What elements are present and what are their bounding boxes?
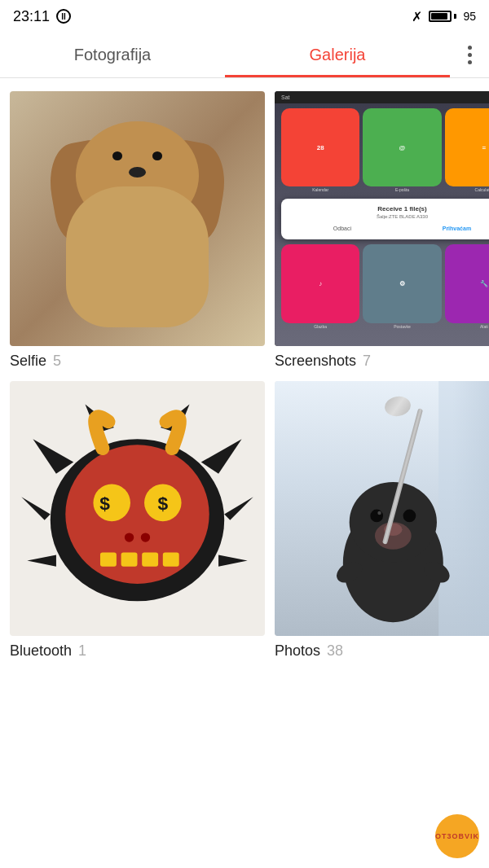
tab-fotografija[interactable]: Fotografija — [0, 33, 225, 77]
svg-rect-16 — [142, 553, 158, 567]
svg-marker-5 — [224, 497, 253, 519]
gallery-count-bluetooth: 1 — [78, 642, 86, 660]
battery-icon — [429, 11, 456, 22]
svg-point-22 — [350, 482, 437, 562]
watermark: OT3OBVIK — [435, 814, 479, 858]
screenshot-phone: Sat ••• 28 Odbaci Kalendar @ E-pošta — [275, 91, 489, 346]
tab-galerija-label: Galerija — [310, 46, 366, 64]
gallery-item-bluetooth[interactable]: $ $ Bluetooth 1 — [10, 381, 265, 661]
status-bar: 23:11 II ✗ 95 — [0, 0, 489, 33]
gallery-name-selfie: Selfie — [10, 353, 46, 370]
tab-fotografija-label: Fotografija — [74, 46, 152, 64]
gallery-info-selfie: Selfie 5 — [10, 351, 265, 371]
gallery-grid: Selfie 5 Sat ••• 28 Odbaci Kalendar — [0, 78, 489, 624]
gallery-count-selfie: 5 — [53, 353, 61, 370]
mole-scene — [275, 381, 489, 636]
phone-icon-postavke: ⚙ Postavke — [363, 244, 441, 328]
svg-point-19 — [141, 533, 150, 541]
dog-illustration — [35, 110, 239, 327]
gallery-item-photos[interactable]: Photos 38 — [275, 381, 489, 661]
phone-icon-glazba: ♪ Glazba — [281, 244, 359, 328]
svg-rect-15 — [121, 553, 138, 567]
battery-fill — [431, 13, 447, 20]
three-dots-icon — [468, 46, 472, 64]
svg-point-25 — [370, 510, 383, 523]
svg-marker-1 — [33, 439, 73, 474]
svg-marker-3 — [27, 555, 56, 566]
svg-point-10 — [93, 484, 130, 522]
status-bar-left: 23:11 II — [13, 8, 71, 25]
phone-icons-top: 28 Odbaci Kalendar @ E-pošta = Calculato… — [275, 103, 489, 195]
phone-icon-alati: 🔧 Alati — [445, 244, 489, 328]
svg-point-27 — [377, 511, 381, 515]
bluetooth-icon: ✗ — [412, 9, 422, 24]
phone-icon-eposta: @ E-pošta — [363, 108, 441, 192]
svg-point-26 — [403, 510, 416, 523]
dialog-cancel-btn[interactable]: Odbaci — [328, 224, 356, 233]
gallery-count-screenshots: 7 — [363, 353, 371, 370]
phone-icon-calculator: = Calculator — [445, 108, 489, 192]
svg-rect-14 — [100, 553, 117, 567]
gallery-name-screenshots: Screenshots — [275, 353, 356, 370]
phone-icon-kalendar: 28 Odbaci Kalendar — [281, 108, 359, 192]
receive-file-dialog: Receive 1 file(s) Šalje:ZTE BLADE A330 O… — [281, 199, 489, 239]
battery-body — [429, 11, 452, 22]
gallery-thumb-photos — [275, 381, 489, 636]
gallery-thumb-selfie — [10, 91, 265, 346]
more-menu-button[interactable] — [450, 33, 489, 77]
media-icon: II — [56, 9, 71, 24]
devil-monster-svg: $ $ — [10, 381, 265, 636]
battery-percent: 95 — [463, 10, 476, 23]
gallery-name-photos: Photos — [275, 642, 320, 660]
tab-active-indicator — [225, 75, 450, 77]
svg-text:$: $ — [99, 493, 110, 514]
dialog-title: Receive 1 file(s) — [288, 205, 489, 213]
svg-marker-2 — [21, 497, 51, 519]
status-time: 23:11 — [13, 8, 50, 25]
svg-point-18 — [125, 533, 134, 541]
watermark-label: OT3OBVIK — [435, 832, 479, 840]
tab-bar: Fotografija Galerija — [0, 33, 489, 78]
tab-galerija[interactable]: Galerija — [225, 33, 450, 77]
watermark-circle: OT3OBVIK — [435, 814, 479, 858]
dialog-subtitle: Šalje:ZTE BLADE A330 — [288, 214, 489, 219]
gallery-item-selfie[interactable]: Selfie 5 — [10, 91, 265, 371]
svg-marker-6 — [218, 555, 248, 566]
gallery-info-bluetooth: Bluetooth 1 — [10, 641, 265, 661]
svg-rect-17 — [163, 553, 179, 567]
gallery-thumb-screenshots: Sat ••• 28 Odbaci Kalendar @ E-pošta — [275, 91, 489, 346]
dialog-accept-btn[interactable]: Prihvaćam — [438, 224, 476, 233]
gallery-item-screenshots[interactable]: Sat ••• 28 Odbaci Kalendar @ E-pošta — [275, 91, 489, 371]
phone-status-bar: Sat ••• — [275, 91, 489, 103]
dialog-buttons: Odbaci Prihvaćam — [288, 224, 489, 233]
gallery-info-screenshots: Screenshots 7 — [275, 351, 489, 371]
gallery-info-photos: Photos 38 — [275, 641, 489, 661]
gallery-name-bluetooth: Bluetooth — [10, 642, 72, 660]
gallery-count-photos: 38 — [327, 642, 343, 660]
gallery-thumb-bluetooth: $ $ — [10, 381, 265, 636]
phone-icons-bottom: ♪ Glazba ⚙ Postavke 🔧 Alati — [275, 243, 489, 333]
status-bar-right: ✗ 95 — [412, 9, 476, 24]
svg-marker-4 — [201, 439, 242, 474]
battery-tip — [454, 14, 456, 19]
svg-text:$: $ — [157, 493, 168, 514]
